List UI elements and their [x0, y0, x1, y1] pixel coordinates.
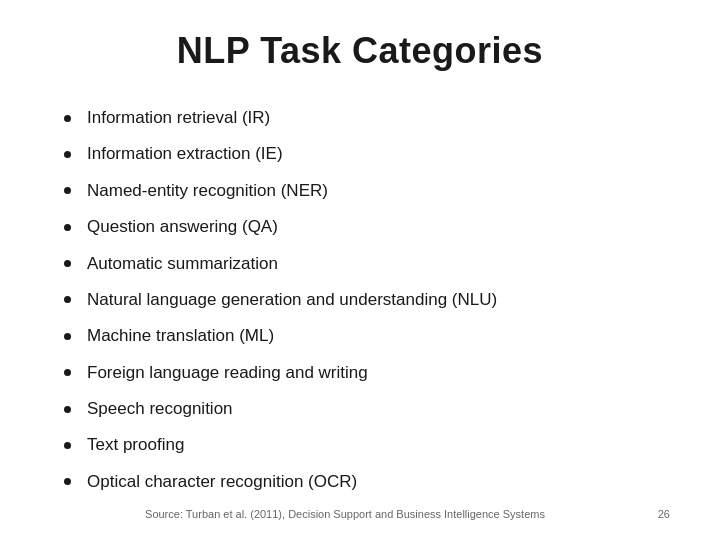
bullet-text: Machine translation (ML)	[87, 325, 274, 347]
bullet-dot-icon	[64, 224, 71, 231]
bullet-text: Natural language generation and understa…	[87, 289, 497, 311]
slide-container: NLP Task Categories Information retrieva…	[0, 0, 720, 540]
bullet-text: Optical character recognition (OCR)	[87, 471, 357, 493]
list-item: Speech recognition	[60, 398, 670, 420]
bullet-text: Text proofing	[87, 434, 184, 456]
list-item: Question answering (QA)	[60, 216, 670, 238]
bullet-dot-icon	[64, 115, 71, 122]
list-item: Optical character recognition (OCR)	[60, 471, 670, 493]
list-item: Machine translation (ML)	[60, 325, 670, 347]
bullet-text: Information extraction (IE)	[87, 143, 283, 165]
list-item: Named-entity recognition (NER)	[60, 180, 670, 202]
list-item: Automatic summarization	[60, 253, 670, 275]
bullet-text: Question answering (QA)	[87, 216, 278, 238]
bullet-dot-icon	[64, 406, 71, 413]
bullet-dot-icon	[64, 260, 71, 267]
bullet-dot-icon	[64, 369, 71, 376]
list-item: Information retrieval (IR)	[60, 107, 670, 129]
bullet-dot-icon	[64, 296, 71, 303]
bullet-text: Foreign language reading and writing	[87, 362, 368, 384]
bullet-text: Information retrieval (IR)	[87, 107, 270, 129]
footer-citation: Source: Turban et al. (2011), Decision S…	[50, 508, 640, 520]
list-item: Text proofing	[60, 434, 670, 456]
bullet-dot-icon	[64, 478, 71, 485]
bullet-dot-icon	[64, 442, 71, 449]
bullet-text: Speech recognition	[87, 398, 233, 420]
bullet-dot-icon	[64, 333, 71, 340]
bullet-text: Automatic summarization	[87, 253, 278, 275]
bullet-dot-icon	[64, 187, 71, 194]
slide-footer: Source: Turban et al. (2011), Decision S…	[50, 500, 670, 520]
slide-title: NLP Task Categories	[50, 30, 670, 72]
footer-page-number: 26	[640, 508, 670, 520]
bullet-dot-icon	[64, 151, 71, 158]
list-item: Natural language generation and understa…	[60, 289, 670, 311]
bullet-text: Named-entity recognition (NER)	[87, 180, 328, 202]
list-item: Foreign language reading and writing	[60, 362, 670, 384]
list-item: Information extraction (IE)	[60, 143, 670, 165]
bullet-list: Information retrieval (IR)Information ex…	[50, 100, 670, 500]
